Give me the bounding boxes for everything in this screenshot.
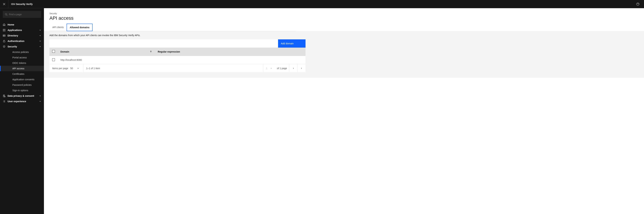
help-icon <box>636 2 640 6</box>
sidebar-item-authentication[interactable]: Authentication <box>0 38 44 44</box>
sidebar-item-label: Certificates <box>12 73 24 75</box>
search-input-wrap[interactable] <box>3 11 41 18</box>
sidebar-item-label: Data privacy & consent <box>8 95 34 97</box>
chevron-down-icon <box>39 35 41 37</box>
chevron-down-icon <box>39 29 41 31</box>
sidebar-sub-sign-in-options[interactable]: Sign-in options <box>0 88 44 93</box>
caret-right-icon <box>300 67 302 69</box>
sidebar-item-security[interactable]: Security <box>0 44 44 49</box>
tab-allowed-domains[interactable]: Allowed domains <box>66 24 92 31</box>
sidebar-sub-portal-access[interactable]: Portal access <box>0 55 44 60</box>
tabs: API clients Allowed domains <box>50 24 296 31</box>
main-content: Security API access API clients Allowed … <box>44 8 644 214</box>
home-icon <box>3 23 6 26</box>
pagination: Items per page 50 1–1 of 1 item 1 o <box>50 64 306 72</box>
sidebar-sub-oidc-tokens[interactable]: OIDC tokens <box>0 60 44 66</box>
page-size-select[interactable]: 50 <box>70 67 80 70</box>
next-page-button[interactable] <box>297 64 306 72</box>
page-description: Add the domains from which your API clie… <box>50 34 296 37</box>
close-icon <box>3 3 6 5</box>
svg-rect-5 <box>3 30 4 31</box>
row-checkbox[interactable] <box>52 58 55 61</box>
brand-prefix: IBM <box>11 3 15 5</box>
svg-rect-9 <box>3 41 5 42</box>
sidebar-item-label: Portal access <box>12 56 27 59</box>
svg-point-2 <box>5 13 7 15</box>
prev-page-button[interactable] <box>289 64 297 72</box>
sidebar-item-label: Authentication <box>8 40 24 42</box>
sidebar: Home Applications Directory Authenticati… <box>0 8 44 214</box>
sidebar-item-label: Application consents <box>12 78 34 81</box>
top-bar: IBM Security Verify <box>0 0 644 8</box>
sidebar-item-label: Password policies <box>12 84 32 86</box>
sidebar-sub-application-consents[interactable]: Application consents <box>0 77 44 82</box>
chevron-down-icon <box>39 40 41 42</box>
shield-icon <box>3 45 6 48</box>
sidebar-item-label: User experience <box>8 100 26 103</box>
sidebar-sub-api-access[interactable]: API access <box>0 66 44 71</box>
svg-rect-3 <box>3 29 4 30</box>
svg-point-14 <box>4 102 5 102</box>
table-row[interactable]: http://localhost:8080 <box>50 56 306 64</box>
sidebar-item-applications[interactable]: Applications <box>0 27 44 33</box>
sidebar-item-label: Home <box>8 23 14 26</box>
column-domain[interactable]: Domain <box>60 50 69 53</box>
cell-domain: http://localhost:8080 <box>58 56 155 64</box>
domains-table: Domain Regular expression <box>50 48 306 64</box>
nav: Home Applications Directory Authenticati… <box>0 20 44 104</box>
items-per-page-label: Items per page <box>52 67 68 70</box>
sidebar-sub-certificates[interactable]: Certificates <box>0 71 44 77</box>
add-domain-button[interactable]: Add domain <box>278 39 306 48</box>
policy-icon <box>3 95 6 97</box>
sidebar-sub-password-policies[interactable]: Password policies <box>0 82 44 88</box>
cell-regex <box>155 56 306 64</box>
sidebar-item-label: API access <box>12 67 24 70</box>
close-panel-button[interactable] <box>0 0 8 8</box>
sidebar-item-directory[interactable]: Directory <box>0 33 44 38</box>
sidebar-item-label: Directory <box>8 34 18 37</box>
top-bar-left: IBM Security Verify <box>0 0 35 8</box>
page-title: API access <box>50 15 296 21</box>
chevron-up-icon <box>39 46 41 48</box>
search-input[interactable] <box>9 13 39 16</box>
page-size-value: 50 <box>70 67 73 70</box>
caret-left-icon <box>292 67 294 69</box>
sidebar-item-label: Security <box>8 45 17 48</box>
sidebar-sub-access-policies[interactable]: Access policies <box>0 49 44 55</box>
svg-rect-6 <box>4 30 5 31</box>
security-subnav: Access policies Portal access OIDC token… <box>0 49 44 93</box>
sidebar-item-label: OIDC tokens <box>12 62 26 64</box>
sidebar-item-user-experience[interactable]: User experience <box>0 99 44 104</box>
current-page: 1 <box>266 67 268 70</box>
svg-point-12 <box>4 101 5 101</box>
svg-rect-4 <box>4 29 5 30</box>
sidebar-item-home[interactable]: Home <box>0 22 44 27</box>
column-regex[interactable]: Regular expression <box>155 48 306 56</box>
lock-open-icon <box>3 40 6 42</box>
top-bar-right <box>634 0 644 8</box>
tab-api-clients[interactable]: API clients <box>50 24 66 31</box>
table-toolbar: Add domain <box>50 39 306 48</box>
help-button[interactable] <box>634 0 642 8</box>
id-icon <box>3 34 6 37</box>
brand-name: Security Verify <box>16 3 32 5</box>
chevron-down-icon <box>39 100 41 102</box>
sidebar-item-data-privacy[interactable]: Data privacy & consent <box>0 93 44 99</box>
select-all-checkbox[interactable] <box>52 50 55 53</box>
breadcrumb: Security <box>50 12 296 15</box>
ux-icon <box>3 100 6 103</box>
chevron-down-icon <box>77 67 79 69</box>
chevron-down-icon <box>270 67 272 69</box>
of-pages-text: of 1 page <box>275 67 289 70</box>
chevron-down-icon <box>39 95 41 97</box>
search-icon <box>5 13 8 16</box>
page-number-select[interactable]: 1 <box>263 64 275 72</box>
brand: IBM Security Verify <box>8 0 35 8</box>
svg-point-13 <box>4 101 5 102</box>
svg-point-8 <box>4 35 4 36</box>
range-summary: 1–1 of 1 item <box>84 67 103 70</box>
sidebar-item-label: Applications <box>8 29 22 31</box>
sidebar-item-label: Access policies <box>12 51 29 53</box>
sidebar-item-label: Sign-in options <box>12 89 28 92</box>
sort-asc-icon[interactable] <box>150 50 152 53</box>
